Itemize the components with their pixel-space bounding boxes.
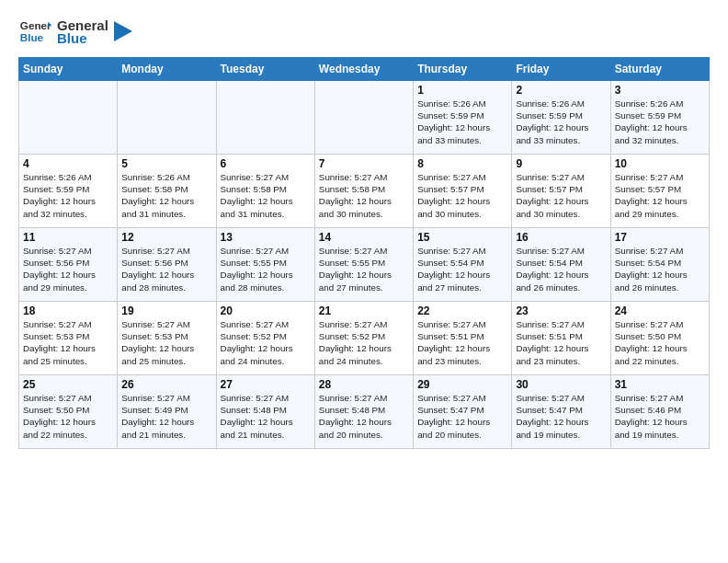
day-info: Sunrise: 5:26 AMSunset: 5:58 PMDaylight:… bbox=[121, 171, 211, 220]
day-number: 2 bbox=[516, 84, 606, 97]
day-number: 10 bbox=[615, 157, 705, 170]
day-info: Sunrise: 5:27 AMSunset: 5:48 PMDaylight:… bbox=[319, 392, 409, 441]
week-row-1: 1Sunrise: 5:26 AMSunset: 5:59 PMDaylight… bbox=[19, 81, 710, 155]
day-info: Sunrise: 5:27 AMSunset: 5:58 PMDaylight:… bbox=[319, 171, 409, 220]
calendar-cell: 14Sunrise: 5:27 AMSunset: 5:55 PMDayligh… bbox=[314, 228, 413, 302]
day-info: Sunrise: 5:27 AMSunset: 5:53 PMDaylight:… bbox=[23, 318, 113, 367]
day-number: 16 bbox=[516, 231, 606, 244]
day-info: Sunrise: 5:27 AMSunset: 5:48 PMDaylight:… bbox=[221, 392, 311, 441]
day-info: Sunrise: 5:27 AMSunset: 5:55 PMDaylight:… bbox=[221, 245, 311, 293]
calendar-cell: 10Sunrise: 5:27 AMSunset: 5:57 PMDayligh… bbox=[610, 155, 709, 228]
calendar-table: SundayMondayTuesdayWednesdayThursdayFrid… bbox=[18, 57, 710, 449]
calendar-cell: 12Sunrise: 5:27 AMSunset: 5:56 PMDayligh… bbox=[118, 228, 216, 302]
col-header-thursday: Thursday bbox=[414, 58, 512, 81]
day-number: 27 bbox=[221, 378, 311, 391]
day-number: 8 bbox=[417, 157, 507, 170]
day-number: 3 bbox=[615, 84, 705, 97]
calendar-cell: 6Sunrise: 5:27 AMSunset: 5:58 PMDaylight… bbox=[216, 155, 314, 228]
day-number: 29 bbox=[417, 378, 507, 391]
day-info: Sunrise: 5:27 AMSunset: 5:56 PMDaylight:… bbox=[23, 245, 113, 293]
day-number: 28 bbox=[319, 378, 409, 391]
day-number: 4 bbox=[23, 157, 113, 170]
calendar-cell: 7Sunrise: 5:27 AMSunset: 5:58 PMDaylight… bbox=[314, 155, 413, 228]
day-number: 5 bbox=[121, 157, 211, 170]
logo-arrow-icon bbox=[114, 21, 132, 41]
logo-icon: General Blue bbox=[18, 15, 51, 48]
day-number: 25 bbox=[23, 378, 113, 391]
calendar-cell: 25Sunrise: 5:27 AMSunset: 5:50 PMDayligh… bbox=[19, 375, 118, 449]
day-info: Sunrise: 5:27 AMSunset: 5:55 PMDaylight:… bbox=[319, 245, 409, 293]
day-info: Sunrise: 5:27 AMSunset: 5:53 PMDaylight:… bbox=[121, 318, 211, 367]
day-info: Sunrise: 5:27 AMSunset: 5:57 PMDaylight:… bbox=[516, 171, 606, 220]
day-number: 31 bbox=[615, 378, 705, 391]
day-info: Sunrise: 5:27 AMSunset: 5:51 PMDaylight:… bbox=[417, 318, 507, 367]
calendar-cell: 11Sunrise: 5:27 AMSunset: 5:56 PMDayligh… bbox=[19, 228, 118, 302]
day-info: Sunrise: 5:26 AMSunset: 5:59 PMDaylight:… bbox=[615, 98, 705, 146]
calendar-cell: 22Sunrise: 5:27 AMSunset: 5:51 PMDayligh… bbox=[414, 302, 512, 375]
col-header-sunday: Sunday bbox=[19, 58, 118, 81]
day-number: 12 bbox=[121, 231, 211, 244]
calendar-cell: 5Sunrise: 5:26 AMSunset: 5:58 PMDaylight… bbox=[118, 155, 216, 228]
logo: General Blue General Blue bbox=[18, 15, 132, 48]
day-info: Sunrise: 5:27 AMSunset: 5:54 PMDaylight:… bbox=[516, 245, 606, 293]
day-info: Sunrise: 5:27 AMSunset: 5:57 PMDaylight:… bbox=[615, 171, 705, 220]
calendar-cell: 20Sunrise: 5:27 AMSunset: 5:52 PMDayligh… bbox=[216, 302, 314, 375]
day-number: 30 bbox=[516, 378, 606, 391]
day-number: 9 bbox=[516, 157, 606, 170]
day-info: Sunrise: 5:27 AMSunset: 5:56 PMDaylight:… bbox=[121, 245, 211, 293]
day-number: 13 bbox=[221, 231, 311, 244]
day-number: 6 bbox=[221, 157, 311, 170]
day-info: Sunrise: 5:27 AMSunset: 5:46 PMDaylight:… bbox=[615, 392, 705, 441]
calendar-cell: 24Sunrise: 5:27 AMSunset: 5:50 PMDayligh… bbox=[610, 302, 709, 375]
calendar-cell: 1Sunrise: 5:26 AMSunset: 5:59 PMDaylight… bbox=[414, 81, 512, 155]
day-number: 22 bbox=[417, 304, 507, 317]
calendar-cell: 4Sunrise: 5:26 AMSunset: 5:59 PMDaylight… bbox=[19, 155, 118, 228]
calendar-cell: 9Sunrise: 5:27 AMSunset: 5:57 PMDaylight… bbox=[512, 155, 610, 228]
calendar-cell: 18Sunrise: 5:27 AMSunset: 5:53 PMDayligh… bbox=[19, 302, 118, 375]
col-header-wednesday: Wednesday bbox=[314, 58, 413, 81]
calendar-cell: 31Sunrise: 5:27 AMSunset: 5:46 PMDayligh… bbox=[610, 375, 709, 449]
calendar-cell: 23Sunrise: 5:27 AMSunset: 5:51 PMDayligh… bbox=[512, 302, 610, 375]
day-info: Sunrise: 5:27 AMSunset: 5:50 PMDaylight:… bbox=[23, 392, 113, 441]
day-number: 21 bbox=[319, 304, 409, 317]
day-number: 24 bbox=[615, 304, 705, 317]
day-info: Sunrise: 5:27 AMSunset: 5:54 PMDaylight:… bbox=[417, 245, 507, 293]
calendar-cell: 15Sunrise: 5:27 AMSunset: 5:54 PMDayligh… bbox=[414, 228, 512, 302]
calendar-cell: 2Sunrise: 5:26 AMSunset: 5:59 PMDaylight… bbox=[512, 81, 610, 155]
calendar-cell: 16Sunrise: 5:27 AMSunset: 5:54 PMDayligh… bbox=[512, 228, 610, 302]
svg-text:General: General bbox=[20, 19, 51, 31]
day-info: Sunrise: 5:27 AMSunset: 5:47 PMDaylight:… bbox=[516, 392, 606, 441]
calendar-cell bbox=[19, 81, 118, 155]
day-number: 26 bbox=[121, 378, 211, 391]
calendar-cell bbox=[216, 81, 314, 155]
calendar-cell: 17Sunrise: 5:27 AMSunset: 5:54 PMDayligh… bbox=[610, 228, 709, 302]
day-number: 11 bbox=[23, 231, 113, 244]
day-number: 7 bbox=[319, 157, 409, 170]
week-row-4: 18Sunrise: 5:27 AMSunset: 5:53 PMDayligh… bbox=[19, 302, 710, 375]
day-number: 19 bbox=[121, 304, 211, 317]
day-info: Sunrise: 5:27 AMSunset: 5:57 PMDaylight:… bbox=[417, 171, 507, 220]
calendar-cell: 19Sunrise: 5:27 AMSunset: 5:53 PMDayligh… bbox=[118, 302, 216, 375]
day-number: 20 bbox=[221, 304, 311, 317]
week-row-2: 4Sunrise: 5:26 AMSunset: 5:59 PMDaylight… bbox=[19, 155, 710, 228]
week-row-5: 25Sunrise: 5:27 AMSunset: 5:50 PMDayligh… bbox=[19, 375, 710, 449]
calendar-cell: 13Sunrise: 5:27 AMSunset: 5:55 PMDayligh… bbox=[216, 228, 314, 302]
col-header-saturday: Saturday bbox=[610, 58, 709, 81]
week-row-3: 11Sunrise: 5:27 AMSunset: 5:56 PMDayligh… bbox=[19, 228, 710, 302]
calendar-cell: 26Sunrise: 5:27 AMSunset: 5:49 PMDayligh… bbox=[118, 375, 216, 449]
svg-text:Blue: Blue bbox=[20, 31, 44, 43]
day-number: 1 bbox=[417, 84, 507, 97]
day-number: 14 bbox=[319, 231, 409, 244]
calendar-cell: 29Sunrise: 5:27 AMSunset: 5:47 PMDayligh… bbox=[414, 375, 512, 449]
day-info: Sunrise: 5:27 AMSunset: 5:47 PMDaylight:… bbox=[417, 392, 507, 441]
col-header-friday: Friday bbox=[512, 58, 610, 81]
calendar-cell: 30Sunrise: 5:27 AMSunset: 5:47 PMDayligh… bbox=[512, 375, 610, 449]
day-number: 18 bbox=[23, 304, 113, 317]
day-info: Sunrise: 5:26 AMSunset: 5:59 PMDaylight:… bbox=[23, 171, 113, 220]
day-info: Sunrise: 5:27 AMSunset: 5:51 PMDaylight:… bbox=[516, 318, 606, 367]
calendar-cell: 3Sunrise: 5:26 AMSunset: 5:59 PMDaylight… bbox=[610, 81, 709, 155]
day-info: Sunrise: 5:26 AMSunset: 5:59 PMDaylight:… bbox=[417, 98, 507, 146]
day-info: Sunrise: 5:27 AMSunset: 5:49 PMDaylight:… bbox=[121, 392, 211, 441]
svg-marker-3 bbox=[114, 21, 132, 41]
calendar-cell: 21Sunrise: 5:27 AMSunset: 5:52 PMDayligh… bbox=[314, 302, 413, 375]
